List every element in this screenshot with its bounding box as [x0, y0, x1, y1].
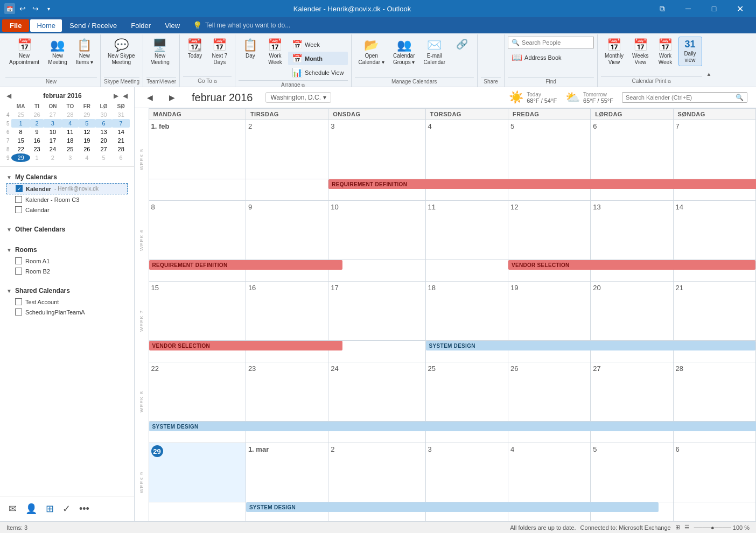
day-cell[interactable]: 6: [591, 120, 673, 179]
mini-cal-day[interactable]: 12: [79, 128, 95, 136]
day-cell[interactable]: 24: [328, 362, 425, 422]
undo-icon[interactable]: ↩: [17, 3, 28, 14]
file-menu[interactable]: File: [2, 19, 29, 32]
day-cell[interactable]: 4: [425, 120, 508, 179]
tell-me-input[interactable]: 💡 Tell me what you want to do...: [193, 21, 290, 30]
day-cell[interactable]: 1. feb: [149, 120, 246, 179]
mini-cal-day[interactable]: 9: [30, 128, 44, 136]
week-button[interactable]: 📅 Week: [288, 38, 348, 51]
mini-cal-prev[interactable]: ◀: [4, 92, 13, 100]
restore-button[interactable]: ⧉: [650, 1, 674, 16]
day-cell[interactable]: 1. mar: [246, 443, 328, 502]
cal-item-scheduling-plan[interactable]: SchedulingPlanTeamA: [6, 307, 128, 317]
view-menu[interactable]: View: [158, 19, 186, 32]
cal-prev-button[interactable]: ◀: [143, 92, 157, 103]
day-cell[interactable]: 13: [591, 201, 673, 260]
day-cell[interactable]: 4: [508, 443, 590, 502]
day-cell[interactable]: 16: [246, 282, 328, 341]
mini-cal-day[interactable]: 23: [30, 145, 44, 153]
day-cell[interactable]: 12: [508, 201, 590, 260]
day-cell[interactable]: 25: [425, 362, 508, 422]
close-button[interactable]: ✕: [728, 1, 752, 16]
cal-item-test-account[interactable]: Test Account: [6, 297, 128, 307]
mini-cal-week-row[interactable]: 425262728293031: [4, 110, 130, 119]
mini-cal-week-row[interactable]: 6891011121314: [4, 128, 130, 136]
mini-cal-day[interactable]: 6: [112, 153, 130, 162]
day-cell[interactable]: 2: [328, 443, 425, 502]
new-skype-meeting-button[interactable]: 💬 New SkypeMeeting: [104, 37, 139, 68]
month-button[interactable]: 📅 Month: [288, 52, 348, 65]
nav-people-icon[interactable]: 👤: [23, 501, 39, 517]
search-people-box[interactable]: 🔍: [508, 37, 594, 48]
view-icon-2[interactable]: ☰: [684, 524, 690, 531]
day-cell[interactable]: 17: [328, 282, 425, 341]
day-cell[interactable]: 18: [425, 282, 508, 341]
day-cell[interactable]: 14: [673, 201, 755, 260]
day-cell[interactable]: 5: [591, 443, 673, 502]
mini-cal-day[interactable]: 28: [62, 110, 79, 119]
mini-cal-day[interactable]: 14: [112, 128, 130, 136]
work-week-button[interactable]: 📅 WorkWeek: [263, 37, 287, 68]
day-cell[interactable]: 21: [673, 282, 755, 341]
email-calendar-button[interactable]: ✉️ E-mailCalendar: [420, 37, 450, 68]
mini-cal-day[interactable]: 16: [30, 136, 44, 145]
day-cell[interactable]: 6: [673, 443, 755, 502]
customize-icon[interactable]: ▾: [43, 3, 54, 14]
mini-cal-day[interactable]: 31: [112, 110, 130, 119]
mini-cal-day[interactable]: 15: [11, 136, 30, 145]
mini-cal-day[interactable]: 4: [79, 153, 95, 162]
cal-item-calendar[interactable]: Calendar: [6, 205, 128, 215]
day-cell[interactable]: 22: [149, 362, 246, 422]
day-cell[interactable]: 3: [425, 443, 508, 502]
mini-cal-day[interactable]: 25: [62, 145, 79, 153]
search-people-input[interactable]: [522, 39, 596, 46]
mini-cal-week-row[interactable]: 822232425262728: [4, 145, 130, 153]
mini-cal-day[interactable]: 28: [112, 145, 130, 153]
cal-item-room-b2[interactable]: Room B2: [6, 266, 128, 276]
day-cell[interactable]: 26: [508, 362, 590, 422]
day-cell[interactable]: 5: [508, 120, 590, 179]
cal-item-kalender-henrik[interactable]: ✓ Kalender - Henrik@novix.dk: [6, 183, 128, 194]
day-cell[interactable]: 19: [508, 282, 590, 341]
mini-cal-day[interactable]: 8: [11, 128, 30, 136]
mini-cal-day[interactable]: 26: [30, 110, 44, 119]
maximize-button[interactable]: □: [702, 1, 726, 16]
my-calendars-header[interactable]: ▼ My Calendars: [6, 171, 128, 183]
home-menu[interactable]: Home: [30, 19, 62, 32]
event-bar[interactable]: VENDOR SELECTION: [149, 341, 343, 350]
day-cell[interactable]: 23: [246, 362, 328, 422]
send-receive-menu[interactable]: Send / Receive: [63, 19, 123, 32]
mini-cal-day[interactable]: 17: [44, 136, 62, 145]
calendar-groups-button[interactable]: 👥 CalendarGroups ▾: [389, 37, 419, 68]
zoom-slider[interactable]: ────●──── 100 %: [694, 524, 750, 531]
day-cell[interactable]: 15: [149, 282, 246, 341]
mini-cal-day[interactable]: 3: [44, 119, 62, 128]
mini-cal-day[interactable]: 2: [30, 119, 44, 128]
other-cals-header[interactable]: ▼ Other Calendars: [6, 223, 128, 235]
new-items-button[interactable]: 📋 NewItems ▾: [72, 37, 97, 68]
cal-item-room-a1[interactable]: Room A1: [6, 256, 128, 266]
mini-cal-day[interactable]: 30: [95, 110, 113, 119]
mini-cal-day[interactable]: 2: [44, 153, 62, 162]
mini-cal-day[interactable]: 1: [11, 119, 30, 128]
day-cell[interactable]: 3: [328, 120, 425, 179]
mini-cal-day[interactable]: 13: [95, 128, 113, 136]
new-tv-meeting-button[interactable]: 🖥️ NewMeeting: [146, 37, 173, 68]
mini-cal-day[interactable]: 29: [79, 110, 95, 119]
cal-search-box[interactable]: 🔍: [622, 92, 747, 103]
weeks-view-button[interactable]: 📅 WeeksView: [628, 37, 652, 68]
monthly-view-button[interactable]: 📅 MonthlyView: [601, 37, 627, 68]
nav-tasks-icon[interactable]: ✓: [60, 501, 73, 517]
cal-location[interactable]: Washington, D.C. ▾: [265, 92, 331, 103]
new-appointment-button[interactable]: 📅 NewAppointment: [5, 37, 43, 68]
day-cell[interactable]: 10: [328, 201, 425, 260]
shared-cals-header[interactable]: ▼ Shared Calendars: [6, 285, 128, 297]
day-cell[interactable]: 27: [591, 362, 673, 422]
ribbon-expander[interactable]: ▲: [705, 71, 713, 77]
nav-more-icon[interactable]: •••: [77, 501, 92, 517]
nav-mail-icon[interactable]: ✉: [6, 501, 19, 517]
mini-cal-day[interactable]: 18: [62, 136, 79, 145]
mini-cal-day[interactable]: 5: [95, 153, 113, 162]
day-cell[interactable]: 8: [149, 201, 246, 260]
mini-cal-day[interactable]: 6: [95, 119, 113, 128]
